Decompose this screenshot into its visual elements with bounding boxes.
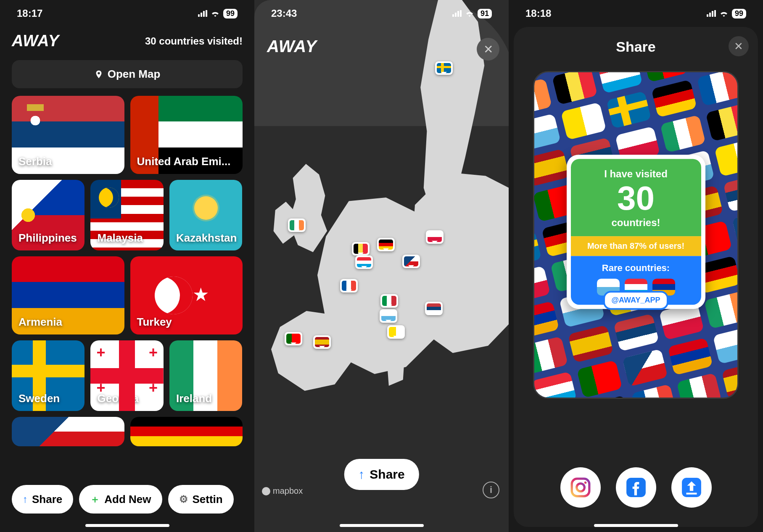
share-card-line2: countries! xyxy=(575,217,697,229)
battery-badge: 99 xyxy=(223,9,238,18)
share-card-line1: I have visited xyxy=(575,168,697,180)
sheet-header: Share ✕ xyxy=(514,27,758,63)
svg-point-2 xyxy=(584,482,586,484)
close-icon: ✕ xyxy=(483,42,493,56)
settings-button[interactable]: ⚙Settin xyxy=(168,485,234,514)
country-label: Ireland xyxy=(176,392,212,405)
country-card-sweden[interactable]: Sweden xyxy=(12,340,84,411)
share-upload-button[interactable] xyxy=(671,467,712,508)
country-label: Sweden xyxy=(18,392,60,405)
country-card-turkey[interactable]: ★Turkey xyxy=(130,256,243,334)
country-label: Turkey xyxy=(137,316,172,329)
status-right: 99 xyxy=(707,9,746,18)
share-button[interactable]: ↑Share xyxy=(12,485,73,514)
plus-icon: ＋ xyxy=(90,492,100,506)
status-time: 23:43 xyxy=(271,8,297,19)
pin-icon xyxy=(94,70,103,79)
open-map-button[interactable]: Open Map xyxy=(12,60,243,88)
cellular-icon xyxy=(198,10,207,17)
mapbox-label: mapbox xyxy=(273,486,303,496)
settings-label: Settin xyxy=(193,493,223,506)
battery-badge: 99 xyxy=(732,9,746,18)
screen-share: 18:18 99 Share ✕ I have visited 30 count… xyxy=(509,0,763,532)
home-indicator[interactable] xyxy=(340,524,424,527)
country-card-malaysia[interactable]: Malaysia xyxy=(90,180,163,250)
open-map-label: Open Map xyxy=(108,68,161,81)
country-card-serbia[interactable]: Serbia xyxy=(12,96,124,174)
country-card-peek[interactable] xyxy=(130,417,243,446)
close-button[interactable]: ✕ xyxy=(477,38,499,61)
instagram-icon xyxy=(570,477,591,498)
country-card-philippines[interactable]: Philippines xyxy=(12,180,84,250)
wifi-icon xyxy=(719,10,729,17)
home-indicator[interactable] xyxy=(85,524,169,527)
status-time: 18:18 xyxy=(525,8,551,19)
mapbox-icon xyxy=(262,487,270,495)
header: AWAY 30 countries visited! xyxy=(0,24,254,54)
app-handle: @AWAY_APP xyxy=(603,291,669,310)
status-right: 91 xyxy=(452,9,492,18)
rare-title: Rare countries: xyxy=(575,263,697,274)
app-title: AWAY xyxy=(12,32,59,50)
bottom-actions: ↑Share ＋Add New ⚙Settin xyxy=(0,485,254,514)
status-bar: 18:18 99 xyxy=(509,0,763,24)
country-card-ireland[interactable]: Ireland xyxy=(169,340,242,411)
country-grid: SerbiaUnited Arab Emi...PhilippinesMalay… xyxy=(0,96,254,411)
screen-home: 18:17 99 AWAY 30 countries visited! Open… xyxy=(0,0,254,532)
status-time: 18:17 xyxy=(17,8,42,19)
wifi-icon xyxy=(465,10,474,17)
close-icon: ✕ xyxy=(734,40,743,53)
mapbox-attribution: mapbox xyxy=(262,486,303,496)
screen-map: 23:43 91 AWAY ✕ ↑Share mapbox i xyxy=(254,0,509,532)
share-targets xyxy=(514,467,758,508)
home-indicator[interactable] xyxy=(594,524,678,527)
share-card: I have visited 30 countries! More than 8… xyxy=(567,155,705,309)
country-label: Philippines xyxy=(18,232,77,245)
country-label: Armenia xyxy=(18,316,62,329)
sheet-title: Share xyxy=(616,39,656,55)
country-label: United Arab Emi... xyxy=(137,155,231,168)
share-label: Share xyxy=(32,493,62,506)
arrow-up-icon: ↑ xyxy=(358,467,364,482)
share-button[interactable]: ↑Share xyxy=(344,459,419,490)
share-instagram-button[interactable] xyxy=(560,467,601,508)
map-overlay: 23:43 91 AWAY ✕ ↑Share mapbox i xyxy=(254,0,509,532)
share-label: Share xyxy=(370,467,404,482)
country-card-kazakhstan[interactable]: Kazakhstan xyxy=(169,180,242,250)
status-right: 99 xyxy=(198,9,238,18)
info-button[interactable]: i xyxy=(483,482,499,498)
share-preview: I have visited 30 countries! More than 8… xyxy=(533,71,739,399)
battery-badge: 91 xyxy=(478,9,492,18)
country-label: Serbia xyxy=(18,155,52,168)
svg-rect-0 xyxy=(572,479,589,496)
cellular-icon xyxy=(707,10,716,17)
status-bar: 18:17 99 xyxy=(0,0,254,24)
add-new-button[interactable]: ＋Add New xyxy=(79,485,162,514)
share-sheet: Share ✕ I have visited 30 countries! Mor… xyxy=(514,27,758,527)
upload-icon xyxy=(681,477,702,498)
info-icon: i xyxy=(490,485,492,495)
share-card-number: 30 xyxy=(575,182,697,215)
country-card-uae[interactable]: United Arab Emi... xyxy=(130,96,243,174)
svg-point-1 xyxy=(576,484,584,492)
cellular-icon xyxy=(452,10,462,17)
share-card-mid: More than 87% of users! xyxy=(571,236,701,256)
add-new-label: Add New xyxy=(104,493,151,506)
visited-count-text: 30 countries visited! xyxy=(145,35,243,47)
app-title: AWAY xyxy=(267,37,317,56)
country-label: Kazakhstan xyxy=(176,232,237,245)
country-card-armenia[interactable]: Armenia xyxy=(12,256,124,334)
country-card-georgia[interactable]: ++++Georgia xyxy=(90,340,163,411)
gear-icon: ⚙ xyxy=(179,493,188,505)
status-bar: 23:43 91 xyxy=(254,0,509,24)
share-card-top: I have visited 30 countries! xyxy=(571,159,701,236)
arrow-up-icon: ↑ xyxy=(23,493,28,505)
close-button[interactable]: ✕ xyxy=(729,36,749,56)
country-label: Malaysia xyxy=(97,232,143,245)
country-card-peek[interactable] xyxy=(12,417,124,446)
facebook-icon xyxy=(626,477,647,498)
wifi-icon xyxy=(211,10,220,17)
share-facebook-button[interactable] xyxy=(616,467,656,508)
country-grid-peek xyxy=(0,417,254,446)
